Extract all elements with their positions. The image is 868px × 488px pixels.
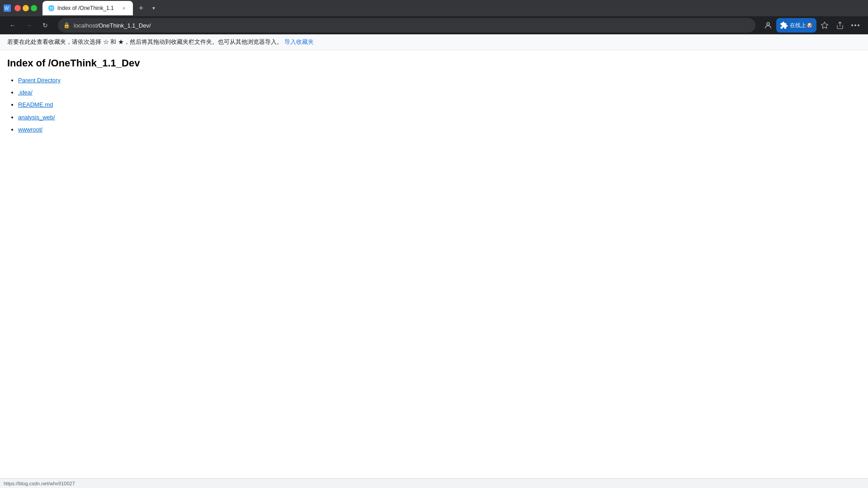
more-button[interactable]: [848, 18, 863, 33]
tab-bar: W 🌐 Index of /OneThink_1.1 × + ▾: [0, 0, 868, 16]
file-link[interactable]: wwwroot/: [18, 126, 42, 133]
extension-label: 在线上🐶: [790, 22, 813, 29]
file-link[interactable]: analysis_web/: [18, 114, 55, 121]
list-item: wwwroot/: [18, 124, 861, 135]
tab-dropdown-button[interactable]: ▾: [147, 2, 160, 14]
tab-close-button[interactable]: ×: [120, 5, 127, 12]
svg-point-2: [767, 23, 769, 25]
svg-text:W: W: [5, 6, 9, 11]
tab-title: Index of /OneThink_1.1: [57, 5, 118, 11]
window-maximize-btn[interactable]: [31, 5, 37, 11]
lock-icon: 🔒: [63, 22, 70, 28]
notification-message: 若要在此处查看收藏夹，请依次选择 ☆ 和 ★，然后将其拖动到收藏夹栏文件夹。也可…: [7, 38, 283, 46]
svg-point-4: [851, 24, 853, 26]
notification-bar: 若要在此处查看收藏夹，请依次选择 ☆ 和 ★，然后将其拖动到收藏夹栏文件夹。也可…: [0, 34, 868, 50]
file-link[interactable]: .idea/: [18, 89, 33, 96]
notification-import-link[interactable]: 导入收藏夹: [284, 38, 314, 46]
page-title: Index of /OneThink_1.1_Dev: [7, 57, 861, 69]
notification-text: 若要在此处查看收藏夹，请依次选择 ☆ 和 ★，然后将其拖动到收藏夹栏文件夹。也可…: [7, 38, 314, 46]
active-tab[interactable]: 🌐 Index of /OneThink_1.1 ×: [42, 1, 133, 15]
list-item: Parent Directory: [18, 75, 861, 86]
file-link[interactable]: Parent Directory: [18, 77, 61, 84]
favorites-button[interactable]: [817, 18, 832, 33]
file-list: Parent Directory.idea/README.mdanalysis_…: [7, 75, 861, 135]
new-tab-button[interactable]: +: [135, 2, 147, 14]
list-item: .idea/: [18, 87, 861, 98]
window-minimize-btn[interactable]: [23, 5, 29, 11]
forward-button[interactable]: →: [22, 18, 36, 33]
svg-point-6: [858, 24, 859, 26]
status-bar: https://blog.csdn.net/whx910027: [0, 478, 868, 488]
nav-bar: ← → ↻ 🔒 localhost/OneThink_1.1_Dev/: [0, 16, 868, 34]
status-url: https://blog.csdn.net/whx910027: [4, 481, 75, 486]
refresh-button[interactable]: ↻: [38, 18, 52, 33]
nav-actions: 在线上🐶: [761, 18, 863, 33]
extension-button[interactable]: 在线上🐶: [776, 18, 816, 33]
list-item: analysis_web/: [18, 112, 861, 123]
back-button[interactable]: ←: [5, 18, 20, 33]
window-controls: W: [4, 5, 37, 12]
list-item: README.md: [18, 99, 861, 110]
extension-icon: [780, 21, 788, 29]
browser-chrome: W 🌐 Index of /OneThink_1.1 × + ▾ ← → ↻ 🔒…: [0, 0, 868, 34]
window-close-btn[interactable]: [14, 5, 21, 11]
tab-favicon-icon: 🌐: [48, 5, 55, 11]
share-button[interactable]: [833, 18, 847, 33]
window-favicon-icon: W: [4, 5, 11, 12]
page-content: Index of /OneThink_1.1_Dev Parent Direct…: [0, 50, 868, 135]
address-text: localhost/OneThink_1.1_Dev/: [74, 22, 750, 29]
svg-point-5: [854, 24, 856, 26]
file-link[interactable]: README.md: [18, 101, 53, 108]
profile-button[interactable]: [761, 18, 775, 33]
address-bar[interactable]: 🔒 localhost/OneThink_1.1_Dev/: [58, 18, 755, 33]
